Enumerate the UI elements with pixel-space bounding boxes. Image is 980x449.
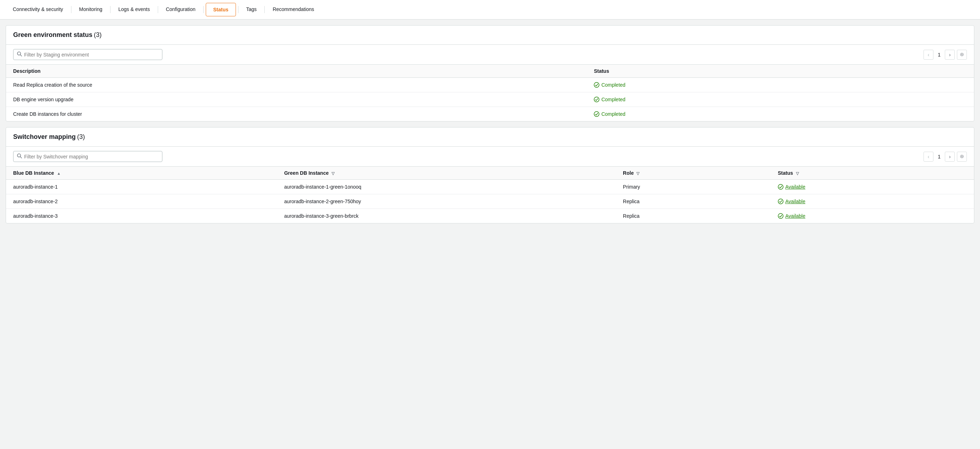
tab-tags[interactable]: Tags	[239, 1, 264, 19]
green-env-pagination: ‹ 1 ›	[923, 50, 967, 60]
tab-divider-1	[71, 6, 72, 13]
check-circle-icon	[778, 184, 783, 190]
tab-divider-4	[203, 6, 204, 13]
switchover-search-box[interactable]	[13, 151, 162, 162]
check-circle-icon	[594, 82, 600, 88]
switchover-page-num: 1	[935, 154, 943, 160]
row-description: Read Replica creation of the source	[6, 78, 587, 92]
col-header-status2: Status ▽	[771, 167, 974, 180]
col-header-description: Description	[6, 65, 587, 78]
table-row: Create DB instances for cluster Complete…	[6, 107, 974, 122]
green-env-search-box[interactable]	[13, 49, 162, 60]
svg-line-1	[20, 55, 22, 56]
switchover-count: (3)	[77, 133, 85, 140]
status-available-badge[interactable]: Available	[778, 184, 967, 190]
tab-configuration[interactable]: Configuration	[159, 1, 202, 19]
switchover-settings-btn[interactable]	[957, 152, 967, 162]
tab-divider-5	[238, 6, 239, 13]
table-row: auroradb-instance-2 auroradb-instance-2-…	[6, 194, 974, 209]
green-env-title: Green environment status	[13, 31, 92, 38]
check-circle-icon	[778, 213, 783, 219]
row-status: Completed	[587, 78, 974, 92]
green-env-header: Green environment status (3)	[6, 25, 974, 45]
svg-point-4	[594, 111, 599, 116]
svg-point-7	[778, 184, 783, 189]
green-env-search-icon	[17, 51, 22, 57]
switchover-title: Switchover mapping	[13, 133, 76, 140]
svg-line-6	[20, 157, 22, 158]
green-env-settings-btn[interactable]	[957, 50, 967, 60]
green-env-next-btn[interactable]: ›	[945, 50, 955, 60]
tab-connectivity[interactable]: Connectivity & security	[6, 1, 70, 19]
tab-divider-3	[158, 6, 158, 13]
svg-point-2	[594, 83, 599, 87]
svg-point-8	[778, 199, 783, 204]
col-header-green: Green DB Instance ▽	[277, 167, 616, 180]
switchover-filter-row: ‹ 1 ›	[6, 147, 974, 167]
sort-asc-icon[interactable]: ▲	[57, 171, 61, 176]
sort-desc-icon-role[interactable]: ▽	[636, 171, 639, 176]
switchover-prev-btn[interactable]: ‹	[923, 152, 934, 162]
sort-desc-icon[interactable]: ▽	[331, 171, 334, 176]
tab-bar: Connectivity & security Monitoring Logs …	[0, 0, 980, 19]
green-env-section: Green environment status (3) ‹ 1 ›	[6, 25, 974, 122]
row-blue-instance: auroradb-instance-2	[6, 194, 277, 209]
green-env-count: (3)	[94, 31, 102, 38]
main-content: Green environment status (3) ‹ 1 ›	[0, 19, 980, 229]
check-circle-icon	[778, 198, 783, 204]
check-circle-icon	[594, 97, 600, 102]
table-row: auroradb-instance-1 auroradb-instance-1-…	[6, 180, 974, 194]
tab-monitoring[interactable]: Monitoring	[72, 1, 110, 19]
col-header-role: Role ▽	[616, 167, 771, 180]
status-badge: Completed	[594, 111, 967, 117]
svg-point-3	[594, 97, 599, 102]
green-env-filter-row: ‹ 1 ›	[6, 45, 974, 65]
green-env-search-input[interactable]	[24, 52, 159, 57]
tab-status[interactable]: Status	[206, 3, 236, 16]
switchover-section: Switchover mapping (3) ‹ 1 ›	[6, 127, 974, 224]
col-header-status: Status	[587, 65, 974, 78]
row-status: Completed	[587, 92, 974, 107]
row-status: Available	[771, 194, 974, 209]
row-blue-instance: auroradb-instance-1	[6, 180, 277, 194]
switchover-header: Switchover mapping (3)	[6, 127, 974, 147]
green-env-page-num: 1	[935, 52, 943, 57]
table-row: Read Replica creation of the source Comp…	[6, 78, 974, 92]
switchover-search-icon	[17, 154, 22, 160]
switchover-next-btn[interactable]: ›	[945, 152, 955, 162]
row-blue-instance: auroradb-instance-3	[6, 209, 277, 224]
row-status: Available	[771, 180, 974, 194]
table-row: auroradb-instance-3 auroradb-instance-3-…	[6, 209, 974, 224]
table-row: DB engine version upgrade Completed	[6, 92, 974, 107]
tab-divider-6	[264, 6, 265, 13]
row-green-instance: auroradb-instance-2-green-750hoy	[277, 194, 616, 209]
col-header-blue: Blue DB Instance ▲	[6, 167, 277, 180]
sort-desc-icon-status[interactable]: ▽	[796, 171, 799, 176]
svg-point-9	[778, 214, 783, 219]
row-status: Available	[771, 209, 974, 224]
tab-recommendations[interactable]: Recommendations	[266, 1, 321, 19]
row-role: Replica	[616, 194, 771, 209]
status-available-badge[interactable]: Available	[778, 198, 967, 204]
tab-logs[interactable]: Logs & events	[111, 1, 157, 19]
row-green-instance: auroradb-instance-3-green-brbrck	[277, 209, 616, 224]
switchover-pagination: ‹ 1 ›	[923, 152, 967, 162]
row-status: Completed	[587, 107, 974, 122]
switchover-search-input[interactable]	[24, 154, 159, 160]
green-env-prev-btn[interactable]: ‹	[923, 50, 934, 60]
check-circle-icon	[594, 111, 600, 117]
status-badge: Completed	[594, 82, 967, 88]
switchover-table: Blue DB Instance ▲ Green DB Instance ▽ R…	[6, 167, 974, 223]
row-description: Create DB instances for cluster	[6, 107, 587, 122]
status-available-badge[interactable]: Available	[778, 213, 967, 219]
status-badge: Completed	[594, 97, 967, 102]
row-role: Replica	[616, 209, 771, 224]
row-green-instance: auroradb-instance-1-green-1onooq	[277, 180, 616, 194]
row-description: DB engine version upgrade	[6, 92, 587, 107]
green-env-table: Description Status Read Replica creation…	[6, 65, 974, 121]
row-role: Primary	[616, 180, 771, 194]
